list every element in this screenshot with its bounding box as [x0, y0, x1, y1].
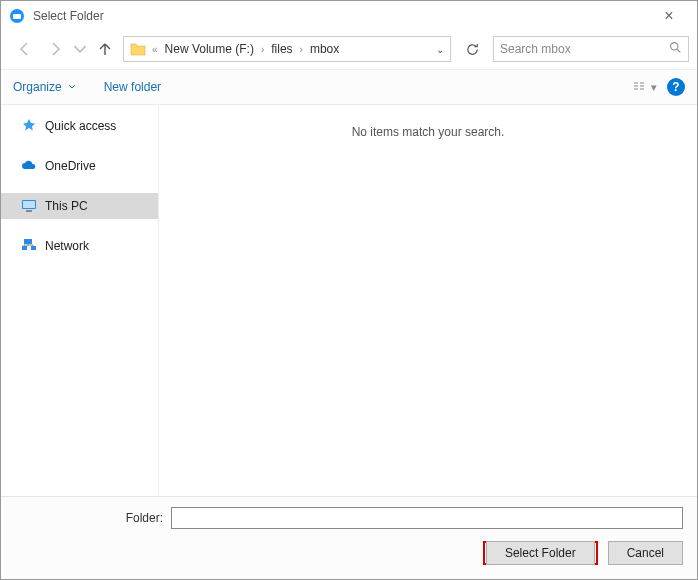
search-placeholder: Search mbox [500, 42, 669, 56]
window-title: Select Folder [33, 9, 649, 23]
view-options-button[interactable]: ▾ [633, 81, 657, 94]
search-input[interactable]: Search mbox [493, 36, 689, 62]
body: Quick access OneDrive This PC [1, 105, 697, 496]
monitor-icon [21, 198, 37, 214]
svg-rect-15 [31, 246, 36, 250]
star-icon [21, 118, 37, 134]
help-button[interactable]: ? [667, 78, 685, 96]
svg-rect-13 [24, 239, 32, 244]
cloud-icon [21, 158, 37, 174]
svg-rect-1 [13, 14, 21, 19]
select-folder-dialog: Select Folder × « New Volume (F:) › file… [0, 0, 698, 580]
svg-point-2 [671, 43, 678, 50]
chevron-right-icon: › [298, 44, 305, 55]
svg-rect-14 [22, 246, 27, 250]
breadcrumb-prefix: « [150, 44, 160, 55]
sidebar-item-this-pc[interactable]: This PC [1, 193, 158, 219]
breadcrumb-seg2[interactable]: mbox [307, 42, 342, 56]
folder-row: Folder: [15, 507, 683, 529]
sidebar-item-network[interactable]: Network [1, 233, 158, 259]
nav-row: « New Volume (F:) › files › mbox ⌄ Searc… [1, 31, 697, 69]
search-icon [669, 41, 682, 57]
empty-message: No items match your search. [352, 125, 505, 139]
button-row: Select Folder Cancel [15, 541, 683, 565]
address-dropdown-icon[interactable]: ⌄ [436, 44, 444, 55]
chevron-right-icon: › [259, 44, 266, 55]
footer: Folder: Select Folder Cancel [1, 496, 697, 579]
svg-rect-12 [26, 210, 32, 212]
folder-icon [128, 42, 148, 56]
breadcrumb-seg1[interactable]: files [268, 42, 295, 56]
close-button[interactable]: × [649, 7, 689, 25]
network-icon [21, 238, 37, 254]
toolbar: Organize New folder ▾ ? [1, 69, 697, 105]
folder-label: Folder: [15, 511, 163, 525]
sidebar-item-onedrive[interactable]: OneDrive [1, 153, 158, 179]
file-list-area: No items match your search. [159, 105, 697, 496]
sidebar-item-quick-access[interactable]: Quick access [1, 113, 158, 139]
app-icon [9, 8, 25, 24]
recent-dropdown-icon[interactable] [73, 37, 87, 61]
dropdown-icon [68, 83, 76, 91]
titlebar: Select Folder × [1, 1, 697, 31]
up-button[interactable] [93, 37, 117, 61]
select-folder-button[interactable]: Select Folder [486, 541, 595, 565]
forward-button[interactable] [43, 37, 67, 61]
organize-menu[interactable]: Organize [13, 80, 76, 94]
sidebar: Quick access OneDrive This PC [1, 105, 159, 496]
svg-rect-11 [23, 201, 35, 208]
svg-line-3 [677, 49, 680, 52]
cancel-button[interactable]: Cancel [608, 541, 683, 565]
refresh-button[interactable] [457, 36, 487, 62]
select-folder-highlight: Select Folder [483, 541, 598, 565]
back-button[interactable] [13, 37, 37, 61]
address-bar[interactable]: « New Volume (F:) › files › mbox ⌄ [123, 36, 451, 62]
breadcrumb-drive[interactable]: New Volume (F:) [162, 42, 257, 56]
folder-input[interactable] [171, 507, 683, 529]
new-folder-button[interactable]: New folder [104, 80, 161, 94]
